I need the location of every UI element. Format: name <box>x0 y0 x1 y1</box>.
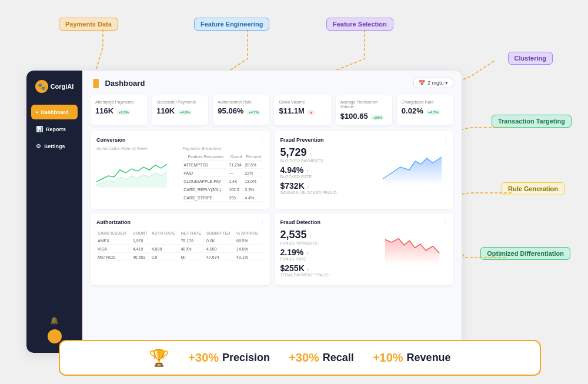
dashboard-title: Dashboard <box>105 79 145 88</box>
table-row: VISA4,4194,098403%4,80014.8% <box>98 246 263 253</box>
stat-auth-rate: Authorization Rate 95.06% +4.7% <box>213 95 269 125</box>
filter-value: 2 mgtu ▾ <box>427 80 448 86</box>
revenue-pct: +10% <box>373 351 403 365</box>
stat-gross-volume: Gross Volume $11.1M ▲ <box>274 95 330 125</box>
col-count: Count <box>229 153 243 161</box>
table-row: MSTRCD40,5020.0M/.47,67440.1% <box>98 254 263 261</box>
col-percent: Percent <box>245 153 262 161</box>
conversion-panel: Conversion ⋮ Authorization Rate by Week <box>91 131 270 209</box>
filter-icon: 📅 <box>419 80 425 86</box>
authorization-panel: Authorization ⋮ CARD ISSUER COUNT AUTH R… <box>91 213 270 285</box>
stat-label-0: Attempted Payments <box>95 100 142 105</box>
fraud-label-1: BLOCKED PAYMENTS <box>280 159 372 163</box>
table-row: CLOUD/APPLE PAY1.4K13.0% <box>183 178 262 185</box>
conversion-more[interactable]: ⋮ <box>259 136 265 142</box>
auth-col-4: NET RATE <box>181 230 205 236</box>
sidebar-item-settings[interactable]: ⚙ Settings <box>31 139 78 153</box>
fraud-change-1: ↑ <box>309 152 312 157</box>
stat-value-5: 0.02% +4.7% <box>402 106 449 115</box>
recall-label: Recall <box>323 352 354 364</box>
stat-chargeback-rate: Chargeback Rate 0.02% +4.7% <box>397 95 453 125</box>
auth-table: CARD ISSUER COUNT AUTH RATE NET RATE SUB… <box>96 229 264 262</box>
stat-value-1: 110K +4.8% <box>156 106 203 115</box>
app-name: CorgiAI <box>51 83 74 90</box>
fraud-det-change-1: ↑ <box>309 234 312 239</box>
sidebar-item-reports[interactable]: 📊 Reports <box>31 122 78 136</box>
callout-payments-data: Payments Data <box>59 18 118 31</box>
callout-rule-generation: Rule Generation <box>502 182 564 195</box>
fraud-det-val-3-row: $255K ↑ <box>280 263 372 273</box>
fraud-det-chart <box>377 229 447 279</box>
stat-value-0: 116K +2.5% <box>95 106 142 115</box>
user-avatar[interactable] <box>48 329 62 343</box>
fraud-det-val-1: 2,535 <box>280 229 307 241</box>
fraud-det-change-2: ↑ <box>306 251 308 256</box>
auth-col-2: COUNT <box>133 230 151 236</box>
callout-transaction-targeting: Transaction Targeting <box>492 115 572 128</box>
auth-col-1: CARD ISSUER <box>98 230 132 236</box>
fraud-det-stats: 2,535 ↑ FRAUD PAYMENTS 2.19% ↑ FRAUD RAT… <box>280 229 372 279</box>
sidebar-nav: ▪ Dashboard 📊 Reports ⚙ Settings <box>26 105 82 156</box>
table-row: PAID—22% <box>183 170 262 177</box>
revenue-item: +10% Revenue <box>373 351 451 365</box>
fraud-prev-chart <box>377 146 447 197</box>
fraud-det-label-2: FRAUD RATE <box>280 257 372 261</box>
stat-value-4: $100.65 +20% <box>340 112 387 121</box>
results-banner: 🏆 +30% Precision +30% Recall +10% Revenu… <box>59 340 541 376</box>
fraud-det-content: 2,535 ↑ FRAUD PAYMENTS 2.19% ↑ FRAUD RAT… <box>280 229 448 279</box>
settings-icon: ⚙ <box>36 143 41 149</box>
sidebar: 🐾 CorgiAI ▪ Dashboard 📊 Reports ⚙ Settin… <box>26 71 82 353</box>
fraud-change-3: ↑ <box>307 185 309 190</box>
stat-label-2: Authorization Rate <box>218 100 265 105</box>
sidebar-bottom: 🔔 <box>48 316 62 343</box>
sidebar-item-dashboard[interactable]: ▪ Dashboard <box>31 105 78 119</box>
fraud-det-val-2: 2.19% <box>280 248 304 257</box>
table-row: CARD_STRIPE3934.4% <box>183 195 262 202</box>
col-feature-response: Feature Response <box>183 153 228 161</box>
app-logo: 🐾 CorgiAI <box>31 80 79 93</box>
fraud-detection-title: Fraud Detection <box>280 219 448 225</box>
callout-optimized-differentiation: Optimized Differentiation <box>480 247 570 260</box>
stat-label-3: Gross Volume <box>279 100 326 105</box>
stat-avg-transaction: Average Transaction Volume $100.65 +20% <box>336 95 392 125</box>
fraud-prevention-panel: Fraud Prevention ⋮ 5,729 ↑ BLOCKED PAYME… <box>275 131 454 209</box>
callout-feature-selection: Feature Selection <box>326 18 393 31</box>
recall-item: +30% Recall <box>289 351 354 365</box>
fraud-val-2-row: 4.94% ↑ <box>280 165 372 175</box>
recall-pct: +30% <box>289 351 319 365</box>
stat-attempted-payments: Attempted Payments 116K +2.5% <box>91 95 147 125</box>
conversion-content: Authorization Rate by Week Payments Brea… <box>96 146 264 203</box>
bell-icon: 🔔 <box>50 316 59 325</box>
fraud-val-3: $732K <box>280 181 305 191</box>
fraud-det-more[interactable]: ⋮ <box>443 218 449 225</box>
fraud-det-val-2-row: 2.19% ↑ <box>280 248 372 257</box>
fraud-det-val-1-row: 2,535 ↑ <box>280 229 372 241</box>
stat-successful-payments: Successful Payments 110K +4.8% <box>152 95 208 125</box>
stat-label-4: Average Transaction Volume <box>340 100 387 110</box>
table-row: CARD_REPLY(3DL)102.53.3% <box>183 186 262 193</box>
dashboard-title-group: ▐▌ Dashboard <box>91 79 145 88</box>
dashboard-header: ▐▌ Dashboard 📅 2 mgtu ▾ <box>91 78 453 88</box>
revenue-label: Revenue <box>407 352 451 364</box>
logo-icon: 🐾 <box>35 80 48 93</box>
auth-col-3: AUTH RATE <box>152 230 180 236</box>
fraud-val-1: 5,729 <box>280 146 307 159</box>
bottom-panels-row: Authorization ⋮ CARD ISSUER COUNT AUTH R… <box>91 213 453 285</box>
fraud-det-change-3: ↑ <box>307 267 309 272</box>
fraud-detection-panel: Fraud Detection ⋮ 2,535 ↑ FRAUD PAYMENTS… <box>275 213 454 285</box>
callout-feature-engineering: Feature Engineering <box>194 18 269 31</box>
stats-row: Attempted Payments 116K +2.5% Successful… <box>91 95 453 125</box>
fraud-val-2: 4.94% <box>280 165 304 175</box>
stat-value-3: $11.1M ▲ <box>279 106 326 115</box>
dashboard-card: 🐾 CorgiAI ▪ Dashboard 📊 Reports ⚙ Settin… <box>26 71 462 353</box>
auth-more[interactable]: ⋮ <box>259 218 265 225</box>
precision-pct: +30% <box>188 351 219 365</box>
fraud-prev-more[interactable]: ⋮ <box>443 136 449 142</box>
reports-icon: 📊 <box>36 126 43 132</box>
date-filter[interactable]: 📅 2 mgtu ▾ <box>413 78 453 88</box>
fraud-det-val-3: $255K <box>280 263 305 273</box>
callout-clustering: Clustering <box>508 52 553 65</box>
middle-panels-row: Conversion ⋮ Authorization Rate by Week <box>91 131 453 209</box>
fraud-label-3: SAVINGS / BLOCKED FRAUD <box>280 191 372 195</box>
fraud-prev-content: 5,729 ↑ BLOCKED PAYMENTS 4.94% ↑ BLOCKED… <box>280 146 448 197</box>
